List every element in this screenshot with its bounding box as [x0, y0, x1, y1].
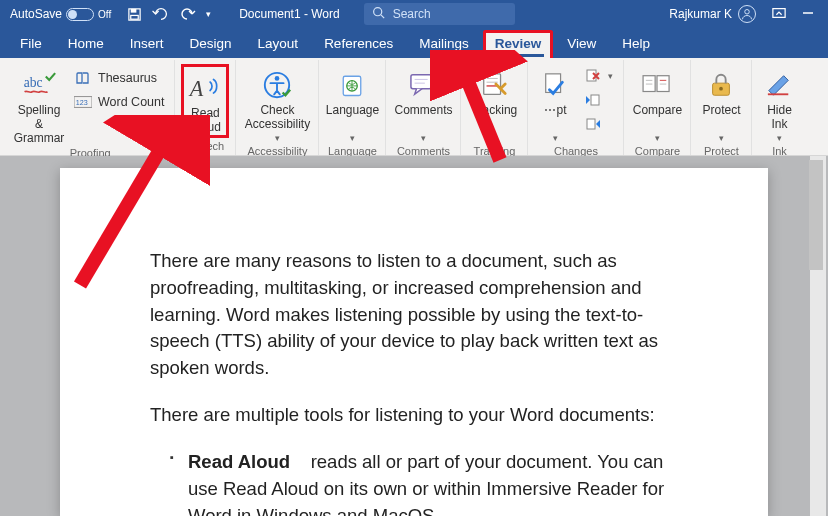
spelling-icon: abc: [22, 68, 56, 102]
autosave-state: Off: [98, 9, 111, 20]
svg-point-34: [720, 87, 724, 91]
document-page[interactable]: There are many reasons to listen to a do…: [60, 168, 768, 516]
group-comments: Comments ▾ Comments: [386, 60, 461, 155]
group-changes: ⋯pt ▾ ▾ Changes: [528, 60, 624, 155]
tab-view[interactable]: View: [555, 30, 608, 58]
thesaurus-icon: [74, 70, 92, 86]
svg-text:123: 123: [76, 98, 88, 107]
read-aloud-button[interactable]: A Read Aloud: [181, 64, 229, 138]
chevron-down-icon: ▾: [275, 133, 280, 143]
tracking-icon: [479, 68, 509, 102]
group-speech: A Read Aloud Speech: [175, 60, 236, 155]
reject-icon: [584, 68, 602, 84]
accept-button[interactable]: ⋯pt ▾: [534, 64, 576, 143]
thesaurus-button[interactable]: Thesaurus: [70, 68, 168, 88]
word-count-label: Word Count: [98, 95, 164, 109]
svg-rect-25: [591, 95, 599, 105]
chevron-down-icon: ▾: [492, 133, 497, 143]
document-area: There are many reasons to listen to a do…: [0, 156, 828, 516]
doc-bullet-1: Read Aloud reads all or part of your doc…: [170, 449, 678, 516]
compare-button[interactable]: Compare ▾: [630, 64, 684, 143]
thesaurus-label: Thesaurus: [98, 71, 157, 85]
protect-button[interactable]: Protect ▾: [697, 64, 745, 143]
chevron-down-icon: ▾: [655, 133, 660, 143]
reject-button[interactable]: ▾: [580, 66, 617, 86]
chevron-down-icon: ▾: [421, 133, 426, 143]
group-ink: Hide Ink ▾ Ink: [752, 60, 806, 155]
language-button[interactable]: Language ▾: [325, 64, 379, 143]
title-bar: AutoSave Off ▾ Document1 - Word Search R…: [0, 0, 828, 28]
hide-ink-icon: [765, 68, 793, 102]
svg-text:abc: abc: [24, 75, 43, 90]
hide-ink-label: Hide Ink: [767, 104, 792, 132]
svg-rect-2: [131, 15, 139, 19]
comments-label: Comments: [394, 104, 452, 132]
tab-review[interactable]: Review: [483, 30, 554, 58]
group-tracking: Tracking ▾ Tracking: [461, 60, 528, 155]
protect-icon: [707, 68, 735, 102]
avatar-icon: [738, 5, 756, 23]
scrollbar-thumb[interactable]: [809, 160, 823, 270]
check-accessibility-label: Check Accessibility: [245, 104, 310, 132]
tab-layout[interactable]: Layout: [246, 30, 311, 58]
language-icon: [338, 68, 366, 102]
svg-point-5: [745, 10, 750, 15]
compare-icon: [641, 68, 673, 102]
scrollbar[interactable]: [810, 156, 826, 516]
read-aloud-label: Read Aloud: [190, 107, 221, 135]
tracking-label: Tracking: [472, 104, 518, 132]
redo-icon[interactable]: [180, 7, 196, 21]
read-aloud-icon: A: [188, 71, 222, 105]
tracking-button[interactable]: Tracking ▾: [467, 64, 521, 143]
minimize-icon[interactable]: [802, 7, 814, 22]
svg-point-3: [373, 8, 381, 16]
ribbon-options-icon[interactable]: [772, 7, 786, 22]
accept-label: ⋯pt: [544, 104, 566, 132]
autosave-label: AutoSave: [10, 7, 62, 21]
tab-mailings[interactable]: Mailings: [407, 30, 481, 58]
group-speech-label: Speech: [187, 138, 224, 156]
word-count-icon: 123: [74, 94, 92, 110]
next-change-button[interactable]: [580, 114, 617, 134]
next-icon: [584, 116, 602, 132]
tab-design[interactable]: Design: [178, 30, 244, 58]
check-accessibility-button[interactable]: Check Accessibility ▾: [242, 64, 312, 143]
search-box[interactable]: Search: [364, 3, 515, 25]
document-title: Document1 - Word: [229, 7, 349, 21]
svg-text:A: A: [188, 76, 204, 101]
svg-rect-16: [411, 75, 431, 89]
ribbon: abc Spelling & Grammar Thesaurus 123 Wor…: [0, 58, 828, 156]
tab-references[interactable]: References: [312, 30, 405, 58]
accessibility-icon: [262, 68, 292, 102]
ribbon-tabs: File Home Insert Design Layout Reference…: [0, 28, 828, 58]
comments-icon: [408, 68, 438, 102]
window-controls: [762, 7, 824, 22]
undo-icon[interactable]: [152, 7, 170, 21]
comments-button[interactable]: Comments ▾: [392, 64, 454, 143]
group-compare: Compare ▾ Compare: [624, 60, 691, 155]
tab-help[interactable]: Help: [610, 30, 662, 58]
chevron-down-icon: ▾: [719, 133, 724, 143]
spelling-grammar-button[interactable]: abc Spelling & Grammar: [12, 64, 66, 145]
svg-rect-6: [773, 8, 785, 17]
tab-file[interactable]: File: [8, 30, 54, 58]
qat-dropdown-icon[interactable]: ▾: [206, 9, 211, 19]
quick-access-toolbar: ▾: [117, 7, 221, 22]
tab-home[interactable]: Home: [56, 30, 116, 58]
compare-label: Compare: [633, 104, 682, 132]
previous-change-button[interactable]: [580, 90, 617, 110]
group-proofing: abc Spelling & Grammar Thesaurus 123 Wor…: [6, 60, 175, 155]
doc-bullet-bold: Read Aloud: [188, 451, 290, 472]
tab-insert[interactable]: Insert: [118, 30, 176, 58]
hide-ink-button[interactable]: Hide Ink ▾: [758, 64, 800, 143]
toggle-off-icon: [66, 8, 94, 21]
svg-line-4: [381, 15, 384, 18]
word-count-button[interactable]: 123 Word Count: [70, 92, 168, 112]
user-account[interactable]: Rajkumar K: [663, 5, 762, 23]
svg-rect-26: [587, 119, 595, 129]
svg-point-13: [275, 76, 280, 81]
autosave-toggle[interactable]: AutoSave Off: [4, 7, 117, 21]
svg-rect-23: [546, 74, 561, 93]
save-icon[interactable]: [127, 7, 142, 22]
language-label: Language: [326, 104, 379, 132]
